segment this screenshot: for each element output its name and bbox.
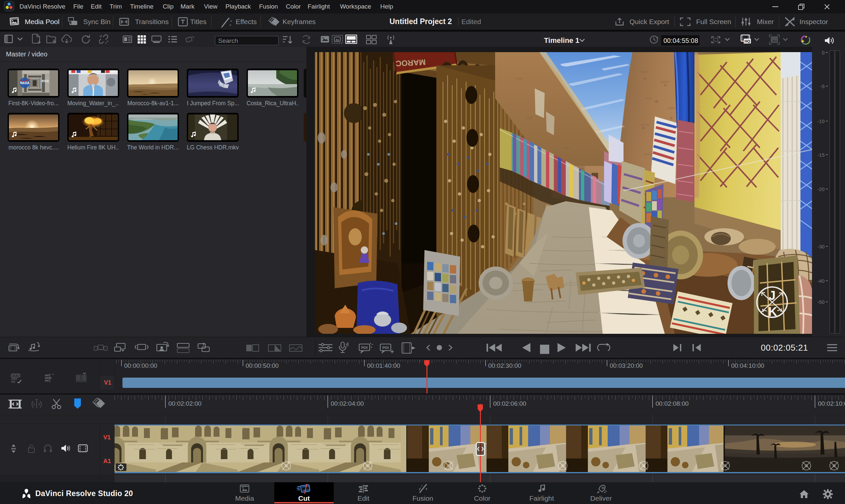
svg-text:K: K — [768, 305, 777, 319]
svg-text:HQ: HQ — [745, 39, 750, 43]
svg-text:POI: POI — [383, 346, 389, 349]
svg-text:J: J — [769, 289, 775, 303]
svg-text:POI: POI — [362, 346, 368, 349]
svg-text:esa: esa — [41, 78, 49, 83]
